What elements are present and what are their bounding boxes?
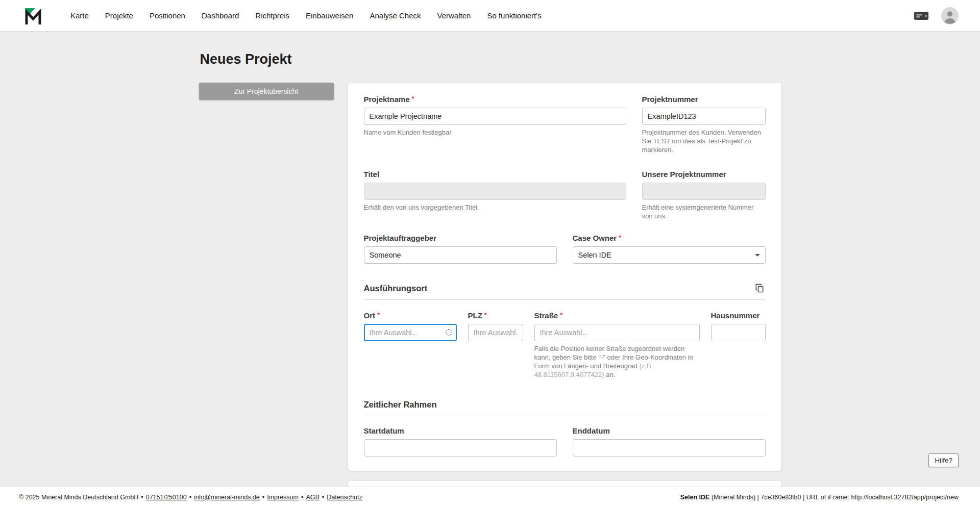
ausfuehrungsort-section-title: Ausführungsort — [364, 284, 428, 293]
titel-helper: Erhält den von uns vorgegebenen Titel. — [364, 204, 626, 212]
zeitlicher-rahmen-section-header: Zeitlicher Rahmen — [364, 400, 766, 415]
hausnummer-input[interactable] — [711, 324, 766, 341]
session-info: Selen IDE (Mineral Minds) | 7ce360e83fb0… — [680, 494, 959, 501]
unsere-projektnummer-input — [642, 183, 766, 200]
nav-item-verwalten[interactable]: Verwalten — [437, 11, 471, 20]
nav-item-dashboard[interactable]: Dashboard — [202, 11, 239, 20]
projektname-helper: Name vom Kunden festlegbar — [364, 129, 626, 137]
required-asterisk: * — [560, 311, 562, 319]
enddatum-label: Enddatum — [573, 426, 766, 435]
projektname-input[interactable] — [364, 108, 626, 125]
session-user: Selen IDE — [680, 494, 710, 501]
nav-item-einbauweisen[interactable]: Einbauweisen — [306, 11, 353, 20]
footer-link-agb[interactable]: AGB — [306, 494, 319, 501]
case-owner-selected-value: Selen IDE — [578, 251, 611, 259]
unsere-projektnummer-label: Unsere Projektnummer — [642, 170, 766, 179]
copy-location-button[interactable] — [753, 282, 766, 294]
plz-label: PLZ* — [468, 311, 523, 320]
projektnummer-input[interactable] — [642, 108, 766, 125]
caret-down-icon — [755, 254, 760, 257]
nav-item-richtpreis[interactable]: Richtpreis — [255, 11, 289, 20]
footer: © 2025 Mineral Minds Deutschland GmbH • … — [0, 487, 980, 507]
server-icon[interactable] — [914, 10, 929, 21]
brand-logo-icon — [22, 5, 44, 27]
user-avatar-icon[interactable] — [941, 7, 959, 24]
project-form-card: Projektname* Name vom Kunden festlegbar … — [348, 83, 781, 471]
footer-link-impressum[interactable]: Impressum — [267, 494, 299, 501]
startdatum-input[interactable] — [364, 439, 557, 457]
hausnummer-label: Hausnummer — [711, 311, 766, 320]
top-nav: Karte Projekte Positionen Dashboard Rich… — [0, 0, 980, 31]
unsere-projektnummer-helper: Erhält eine systemgenerierte Nummer von … — [642, 204, 766, 221]
footer-left: © 2025 Mineral Minds Deutschland GmbH • … — [19, 494, 362, 501]
strasse-input[interactable] — [534, 324, 700, 341]
projektname-label: Projektname* — [364, 95, 626, 104]
required-asterisk: * — [619, 234, 621, 241]
footer-link-phone[interactable]: 07151/250100 — [146, 494, 187, 501]
nav-item-positionen[interactable]: Positionen — [150, 11, 185, 20]
ort-input[interactable] — [364, 324, 457, 341]
ort-label: Ort* — [364, 311, 457, 320]
main-content: Neues Projekt Zur Projektübersicht Proje… — [0, 31, 980, 487]
session-details: (Mineral Minds) | 7ce360e83fb0 | URL of … — [709, 494, 959, 501]
nav-item-projekte[interactable]: Projekte — [105, 11, 133, 20]
app-logo[interactable] — [22, 5, 44, 27]
nav-item-karte[interactable]: Karte — [70, 11, 89, 20]
startdatum-label: Startdatum — [364, 426, 557, 435]
required-asterisk: * — [412, 95, 414, 103]
required-asterisk: * — [484, 311, 487, 319]
zeitlicher-rahmen-section-title: Zeitlicher Rahmen — [364, 400, 437, 410]
left-column: Zur Projektübersicht — [199, 83, 334, 100]
page-title: Neues Projekt — [200, 52, 781, 67]
main-nav: Karte Projekte Positionen Dashboard Rich… — [70, 11, 542, 20]
back-to-project-overview-button[interactable]: Zur Projektübersicht — [199, 83, 334, 100]
footer-link-datenschutz[interactable]: Datenschutz — [327, 494, 362, 501]
copyright-text: © 2025 Mineral Minds Deutschland GmbH — [19, 494, 138, 501]
case-owner-label: Case Owner* — [573, 234, 766, 242]
required-asterisk: * — [377, 311, 380, 319]
projektauftraggeber-input[interactable] — [364, 246, 557, 264]
case-owner-select[interactable]: Selen IDE — [573, 246, 766, 264]
nav-item-analyse-check[interactable]: Analyse Check — [370, 11, 421, 20]
nav-item-so-funktionierts[interactable]: So funktioniert's — [487, 11, 541, 20]
loading-spinner-icon — [446, 329, 452, 336]
projektnummer-label: Projektnummer — [642, 95, 766, 104]
footer-link-email[interactable]: info@mineral-minds.de — [194, 494, 260, 501]
copy-icon — [754, 283, 765, 293]
help-button[interactable]: Hilfe? — [928, 453, 959, 467]
projektauftraggeber-label: Projektauftraggeber — [364, 234, 557, 242]
strasse-helper: Falls die Position keiner Straße zugeord… — [534, 345, 700, 379]
enddatum-input[interactable] — [573, 439, 766, 457]
ausfuehrungsort-section-header: Ausführungsort — [364, 282, 766, 300]
strasse-label: Straße* — [534, 311, 700, 320]
titel-input — [364, 183, 626, 200]
firmendaten-card: Firmendaten — [348, 481, 781, 487]
titel-label: Titel — [364, 170, 626, 179]
plz-input[interactable] — [468, 324, 523, 341]
projektnummer-helper: Projektnummer des Kunden. Verwenden Sie … — [642, 129, 766, 155]
